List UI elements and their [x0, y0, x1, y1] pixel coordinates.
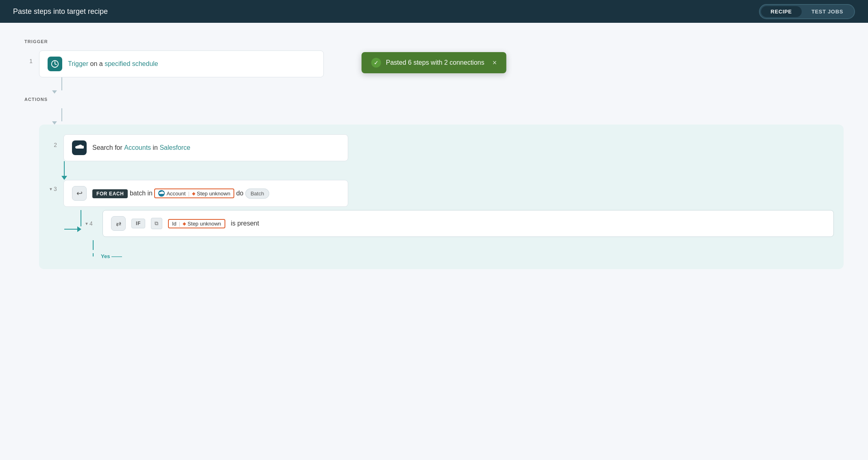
page-title: Paste steps into target recipe [13, 7, 108, 16]
yes-label: Yes —— [101, 253, 122, 259]
toast-close-button[interactable]: × [493, 59, 497, 67]
yes-label-row: Yes —— [93, 250, 834, 259]
step-4-row: ▼ 4 ⇄ IF ⧉ Id | ◆ [85, 210, 834, 237]
trigger-icon [48, 57, 62, 71]
connector-1-2 [61, 77, 62, 90]
step-4-number: ▼ 4 [85, 220, 93, 227]
pasted-group: 2 Search for Accounts in Salesforce ▼ [39, 125, 844, 269]
branch-horizontal-line [64, 229, 77, 230]
collapse-arrow-4[interactable]: ▼ [85, 221, 89, 226]
step-3-card[interactable]: ↩ FOR EACH batch in Account | ◆ [63, 180, 348, 207]
toast-message: Pasted 6 steps with 2 connections [386, 59, 484, 66]
salesforce-icon [72, 140, 87, 155]
accounts-link: Accounts [124, 144, 151, 151]
arrow-2-3 [61, 176, 67, 180]
step-2-card[interactable]: Search for Accounts in Salesforce [63, 134, 348, 161]
step-4-card[interactable]: ⇄ IF ⧉ Id | ◆ Step unknown is present [103, 210, 834, 237]
yes-connector [93, 240, 94, 250]
step-2-text: Search for Accounts in Salesforce [92, 144, 190, 151]
connector-actions-2 [61, 108, 62, 121]
branch-arrow-right [77, 226, 81, 232]
recipe-test-toggle: RECIPE TEST JOBS [759, 4, 855, 19]
sf-dot-icon [158, 190, 165, 197]
trigger-link: Trigger [68, 60, 88, 67]
arrow-1-2 [52, 90, 57, 94]
step-1-card[interactable]: Trigger on a specified schedule [39, 50, 324, 77]
connector-2-3 [64, 161, 65, 176]
salesforce-link: Salesforce [159, 144, 190, 151]
branch-vertical-line [81, 210, 81, 226]
nested-group: ▼ 4 ⇄ IF ⧉ Id | ◆ [68, 210, 834, 259]
arrow-actions-2 [52, 121, 57, 125]
step-2-row: 2 Search for Accounts in Salesforce [49, 134, 834, 161]
loop-arrow-icon: ↩ [76, 189, 83, 198]
recipe-tab[interactable]: RECIPE [761, 6, 802, 17]
yes-label-area [93, 240, 834, 250]
test-jobs-tab[interactable]: TEST JOBS [802, 6, 853, 17]
trigger-section-label: TRIGGER [24, 39, 844, 44]
toast-check-icon: ✓ [371, 58, 381, 68]
toast-notification: ✓ Pasted 6 steps with 2 connections × [362, 52, 506, 73]
step-1-text: Trigger on a specified schedule [68, 60, 158, 68]
condition-arrows-icon: ⇄ [116, 220, 121, 228]
id-unknown-pill: Id | ◆ Step unknown [168, 219, 225, 228]
collapse-arrow-3[interactable]: ▼ [49, 187, 53, 191]
schedule-link: specified schedule [105, 60, 158, 67]
loop-icon: ↩ [72, 186, 87, 201]
account-unknown-pill: Account | ◆ Step unknown [154, 188, 234, 198]
step-3-number: ▼ 3 [49, 186, 57, 192]
step-3-text: FOR EACH batch in Account | ◆ Step unkno… [92, 188, 269, 198]
step-1-number: 1 [24, 58, 33, 64]
foreach-badge: FOR EACH [92, 189, 128, 198]
condition-icon: ⇄ [111, 216, 126, 231]
if-badge: IF [131, 219, 145, 228]
step-2-number: 2 [49, 142, 57, 148]
header: Paste steps into target recipe RECIPE TE… [0, 0, 868, 23]
tab-toggle-group: RECIPE TEST JOBS [759, 4, 855, 19]
batch-badge: Batch [245, 188, 269, 199]
copy-icon: ⧉ [151, 218, 162, 229]
actions-section-label: ACTIONS [24, 97, 844, 102]
step-3-row: ▼ 3 ↩ FOR EACH batch in [49, 180, 834, 207]
